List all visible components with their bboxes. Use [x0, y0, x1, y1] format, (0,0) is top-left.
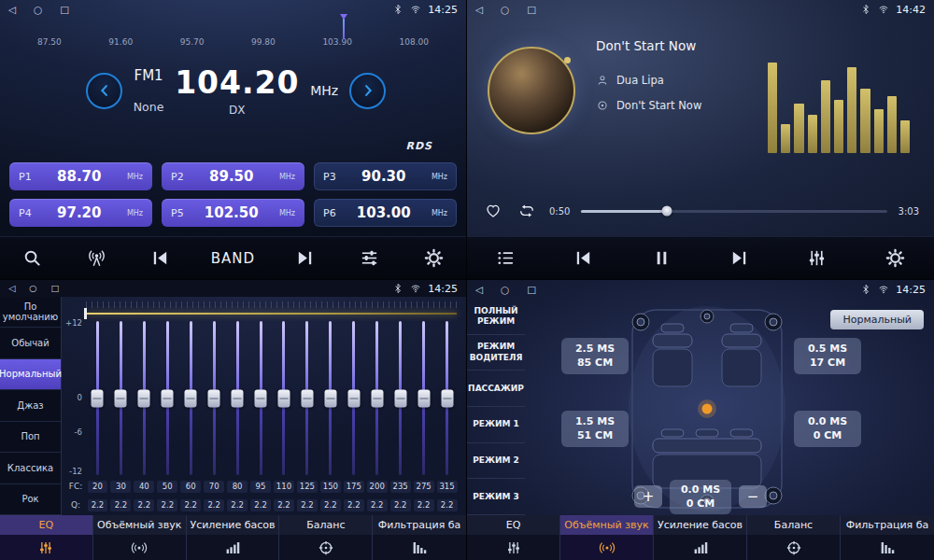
home-icon[interactable]: ○ — [34, 0, 42, 19]
slider-knob[interactable] — [232, 389, 244, 407]
listening-mode-item[interactable]: РЕЖИМ 1 — [467, 407, 525, 443]
front-right-delay[interactable]: 0.5 MS 17 CM — [794, 338, 861, 374]
eq-band-slider[interactable] — [412, 321, 435, 475]
slider-knob[interactable] — [138, 389, 150, 407]
slider-knob[interactable] — [347, 389, 360, 407]
preset-button[interactable]: P5 102.50 MHz — [162, 199, 304, 227]
slider-knob[interactable] — [208, 389, 220, 407]
recents-icon[interactable]: □ — [527, 0, 536, 19]
search-button[interactable] — [18, 245, 46, 273]
home-icon[interactable]: ○ — [29, 280, 36, 298]
playlist-button[interactable] — [492, 245, 520, 273]
audio-tab[interactable]: Баланс — [279, 515, 373, 560]
audio-tab[interactable]: Объёмный звук — [93, 515, 187, 560]
audio-tab[interactable]: Усиление басов — [654, 515, 747, 560]
rear-left-delay[interactable]: 1.5 MS 51 CM — [561, 411, 629, 447]
eq-band-slider[interactable] — [203, 321, 226, 475]
scan-button[interactable] — [82, 245, 110, 273]
preset-button[interactable]: P2 89.50 MHz — [162, 162, 304, 190]
next-track-button[interactable] — [726, 245, 754, 273]
back-icon[interactable]: ◁ — [475, 0, 483, 19]
settings-button[interactable] — [420, 245, 448, 273]
preset-button[interactable]: P6 103.00 MHz — [314, 199, 457, 227]
slider-knob[interactable] — [162, 389, 174, 407]
listening-mode-item[interactable]: ПОЛНЫЙ РЕЖИМ — [467, 299, 525, 335]
tune-up-button[interactable] — [349, 73, 386, 109]
eq-band-slider[interactable] — [365, 321, 389, 475]
audio-tab[interactable]: Усиление басов — [187, 515, 280, 560]
eq-preset-item[interactable]: Классика — [0, 453, 61, 483]
next-station-button[interactable] — [291, 245, 319, 273]
listening-mode-item[interactable]: ПАССАЖИР — [467, 371, 525, 407]
eq-preset-item[interactable]: Поп — [0, 422, 61, 453]
audio-tab[interactable]: Фильтрация ба — [841, 515, 934, 560]
eq-preset-item[interactable]: Обычай — [0, 328, 61, 358]
frequency-scale[interactable]: 87.5091.6095.7099.80103.90108.00 — [11, 21, 455, 57]
slider-knob[interactable] — [441, 389, 453, 407]
preset-button[interactable]: P4 97.20 MHz — [9, 199, 152, 227]
audio-tab[interactable]: Фильтрация ба — [373, 515, 466, 560]
audio-tab[interactable]: EQ — [0, 515, 93, 560]
sound-preset-button[interactable]: Нормальный — [830, 310, 924, 329]
previous-track-button[interactable] — [570, 245, 598, 273]
slider-knob[interactable] — [185, 389, 197, 407]
eq-preset-item[interactable]: Нормальный — [0, 359, 61, 390]
eq-band-slider[interactable] — [318, 321, 342, 475]
seek-knob[interactable] — [662, 206, 672, 217]
front-left-delay[interactable]: 2.5 MS 85 CM — [561, 338, 629, 374]
preset-button[interactable]: P3 90.30 MHz — [314, 162, 457, 190]
slider-knob[interactable] — [301, 389, 313, 407]
seek-bar[interactable] — [581, 210, 886, 213]
eq-preset-item[interactable]: Рок — [0, 484, 61, 515]
recents-icon[interactable]: □ — [60, 0, 69, 19]
band-button[interactable]: BAND — [211, 245, 255, 273]
eq-preset-item[interactable]: По умолчанию — [0, 297, 61, 328]
slider-knob[interactable] — [92, 389, 104, 407]
previous-station-button[interactable] — [147, 245, 175, 273]
decrease-delay-button[interactable]: − — [739, 485, 767, 508]
audio-tab[interactable]: Объёмный звук — [560, 515, 654, 560]
back-icon[interactable]: ◁ — [475, 280, 483, 299]
audio-tab[interactable]: Баланс — [747, 515, 841, 560]
eq-band-slider[interactable] — [249, 321, 273, 475]
slider-knob[interactable] — [394, 389, 406, 407]
equalizer-button[interactable] — [803, 245, 831, 273]
back-icon[interactable]: ◁ — [8, 0, 16, 19]
eq-band-slider[interactable] — [273, 321, 296, 475]
master-level-slider[interactable] — [86, 313, 457, 315]
eq-band-slider[interactable] — [295, 321, 318, 475]
eq-band-slider[interactable] — [86, 321, 109, 475]
eq-preset-item[interactable]: Джаз — [0, 390, 61, 421]
settings-button[interactable] — [881, 245, 909, 273]
slider-knob[interactable] — [417, 389, 430, 407]
back-icon[interactable]: ◁ — [8, 280, 15, 298]
listening-mode-item[interactable]: РЕЖИМ 2 — [467, 443, 525, 480]
eq-band-slider[interactable] — [226, 321, 249, 475]
eq-band-slider[interactable] — [109, 321, 133, 475]
eq-band-slider[interactable] — [156, 321, 179, 475]
audio-tab[interactable]: EQ — [467, 515, 560, 560]
preset-button[interactable]: P1 88.70 MHz — [9, 162, 152, 190]
repeat-button[interactable] — [516, 200, 538, 222]
increase-delay-button[interactable]: + — [634, 485, 662, 508]
eq-band-slider[interactable] — [179, 321, 203, 475]
slider-knob[interactable] — [324, 389, 336, 407]
rear-right-delay[interactable]: 0.0 MS 0 CM — [794, 411, 861, 447]
eq-band-slider[interactable] — [389, 321, 412, 475]
listening-mode-item[interactable]: РЕЖИМ ВОДИТЕЛЯ — [467, 335, 525, 371]
eq-band-slider[interactable] — [342, 321, 365, 475]
slider-knob[interactable] — [255, 389, 267, 407]
slider-knob[interactable] — [371, 389, 383, 407]
slider-knob[interactable] — [277, 389, 290, 407]
tuner-settings-button[interactable] — [356, 245, 384, 273]
recents-icon[interactable]: □ — [51, 280, 60, 298]
favorite-button[interactable] — [482, 200, 504, 222]
tune-down-button[interactable] — [86, 73, 122, 109]
pause-button[interactable] — [647, 245, 675, 273]
home-icon[interactable]: ○ — [501, 0, 509, 19]
home-icon[interactable]: ○ — [501, 280, 509, 299]
eq-band-slider[interactable] — [435, 321, 459, 475]
eq-band-slider[interactable] — [133, 321, 156, 475]
slider-knob[interactable] — [115, 389, 127, 407]
recents-icon[interactable]: □ — [527, 280, 536, 299]
